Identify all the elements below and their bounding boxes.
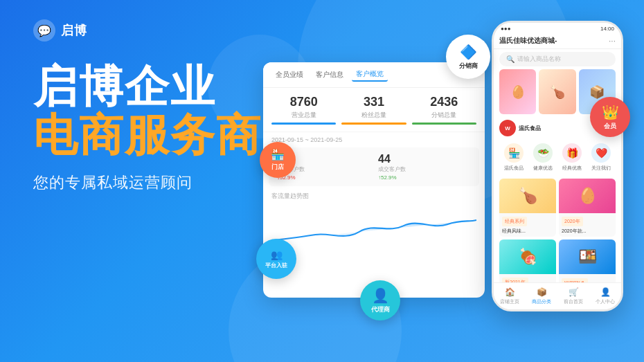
- phone-mockup: ●●● 14:00 温氏佳味优选商城- ··· 🔍 请输入商品名称 🥚 🍗 📦: [492, 21, 623, 311]
- nav-label-0: 店铺主页: [500, 298, 519, 305]
- badge-platform: 👥 平台入驻: [256, 239, 296, 279]
- search-icon: 🔍: [506, 55, 515, 63]
- nav-icon-0: 🏠: [505, 287, 515, 297]
- banner-product-2: 🍗: [539, 69, 575, 114]
- product-card-0[interactable]: 🍗 经典系列 经典风味...: [499, 179, 556, 237]
- door-icon: 🏪: [271, 148, 285, 161]
- phone-time: 14:00: [600, 26, 614, 32]
- metric-fans-bar: [341, 123, 406, 125]
- phone-status-bar: ●●● 14:00: [494, 23, 621, 33]
- cat-label-2: 经典优惠: [562, 165, 582, 172]
- agent-icon: 👤: [372, 287, 389, 304]
- member-icon: 👑: [602, 104, 619, 120]
- search-placeholder: 请输入商品名称: [517, 55, 561, 64]
- product-tag-1: 2020年: [562, 217, 583, 226]
- door-label: 门店: [271, 163, 284, 172]
- logo-text: 启博: [61, 22, 87, 39]
- cat-item-0[interactable]: 🏪 温氏食品: [504, 143, 524, 172]
- nav-item-0[interactable]: 🏠 店铺主页: [500, 287, 519, 305]
- platform-label: 平台入驻: [265, 262, 287, 269]
- store-more-icon: ···: [609, 36, 616, 46]
- cat-item-1[interactable]: 🥗 健康优选: [533, 143, 553, 172]
- cat-icon-3: ❤️: [591, 143, 611, 163]
- nav-item-2[interactable]: 🛒 前台首页: [564, 287, 583, 305]
- cat-label-3: 关注我们: [591, 165, 611, 172]
- sub-change-2: ↑52.9%: [378, 174, 471, 181]
- date-range: 2021-09-15 ~ 2021-09-25: [263, 132, 485, 147]
- product-img-3: 🍱: [559, 239, 616, 274]
- metric-sales-bar: [271, 123, 336, 125]
- chart-svg: [271, 203, 476, 252]
- nav-item-1[interactable]: 📦 商品分类: [532, 287, 551, 305]
- chart-area: 客流量趋势图: [263, 186, 485, 255]
- hero-section: 启博企业 电商服务商 您的专属私域运营顾问: [33, 62, 262, 193]
- cat-item-3[interactable]: ❤️ 关注我们: [591, 143, 611, 172]
- chart-label: 客流量趋势图: [271, 192, 476, 201]
- phone-search-bar[interactable]: 🔍 请输入商品名称: [499, 52, 616, 66]
- cat-label-1: 健康优选: [533, 165, 553, 172]
- dashboard-area: 全员业绩 客户信息 客户概览 8760 营业总量 331 粉丝总量 2436 分…: [242, 0, 644, 362]
- member-label: 会员: [604, 122, 616, 131]
- badge-distributor: 🔷 分销商: [446, 35, 490, 79]
- metric-sales-value: 8760: [271, 95, 336, 109]
- product-img-2: 🍖: [499, 239, 556, 274]
- sub-label-2: 成交客户数: [378, 165, 471, 173]
- nav-icon-3: 👤: [600, 287, 611, 297]
- metric-sales: 8760 营业总量: [271, 95, 336, 125]
- metrics-row: 8760 营业总量 331 粉丝总量 2436 分销总量: [263, 88, 485, 132]
- metric-distribution-bar: [412, 123, 476, 125]
- brand-logo: 💬 启博: [33, 19, 87, 42]
- product-name-1: 2020年款...: [559, 228, 616, 234]
- platform-icon: 👥: [271, 249, 283, 260]
- product-img-0: 🍗: [499, 179, 556, 213]
- logo-emoji: 💬: [37, 24, 51, 37]
- metric-distribution-label: 分销总量: [412, 111, 476, 120]
- badge-agent: 👤 代理商: [360, 280, 400, 320]
- agent-label: 代理商: [371, 305, 390, 314]
- sub-metric-2: 44 成交客户数 ↑52.9%: [378, 153, 471, 181]
- hero-title-1: 启博企业: [33, 62, 262, 111]
- distributor-icon: 🔷: [460, 44, 477, 60]
- metric-fans-label: 粉丝总量: [341, 111, 406, 120]
- nav-item-3[interactable]: 👤 个人中心: [596, 287, 615, 305]
- nav-label-2: 前台首页: [564, 298, 583, 305]
- phone-categories: 🏪 温氏食品 🥗 健康优选 🎁 经典优惠 ❤️ 关注我们: [494, 139, 621, 176]
- product-name-0: 经典风味...: [499, 228, 556, 234]
- banner-product-1: 🥚: [499, 69, 536, 114]
- sub-metrics-row: 136 成交客户数 ↓52.9% 44 成交客户数 ↑52.9%: [269, 147, 479, 186]
- tab-customer-info[interactable]: 客户信息: [312, 69, 348, 81]
- wens-logo: W: [499, 120, 516, 136]
- metric-distribution: 2436 分销总量: [412, 95, 476, 125]
- metric-fans: 331 粉丝总量: [341, 95, 406, 125]
- phone-signal: ●●●: [501, 26, 511, 32]
- product-tag-0: 经典系列: [502, 217, 527, 226]
- cat-icon-0: 🏪: [504, 143, 524, 163]
- metric-distribution-value: 2436: [412, 95, 476, 109]
- nav-icon-2: 🛒: [569, 287, 579, 297]
- distributor-label: 分销商: [459, 62, 478, 71]
- product-img-1: 🥚: [559, 179, 616, 213]
- wens-name: 温氏食品: [519, 125, 541, 132]
- metric-sales-label: 营业总量: [271, 111, 336, 120]
- sub-value-2: 44: [378, 153, 471, 165]
- tab-customer-overview[interactable]: 客户概览: [352, 68, 388, 82]
- sub-change-1: ↓52.9%: [277, 174, 370, 181]
- product-card-1[interactable]: 🥚 2020年 2020年款...: [559, 179, 616, 237]
- badge-door: 🏪 门店: [260, 142, 296, 178]
- hero-subtitle: 您的专属私域运营顾问: [33, 172, 262, 193]
- tab-performance[interactable]: 全员业绩: [271, 69, 307, 81]
- badge-member: 👑 会员: [590, 97, 630, 137]
- store-name: 温氏佳味优选商城-: [499, 36, 557, 46]
- cat-item-2[interactable]: 🎁 经典优惠: [562, 143, 582, 172]
- cat-icon-2: 🎁: [562, 143, 582, 163]
- nav-icon-1: 📦: [537, 287, 547, 297]
- dashboard-card: 全员业绩 客户信息 客户概览 8760 营业总量 331 粉丝总量 2436 分…: [263, 62, 485, 298]
- phone-store-header: 温氏佳味优选商城- ···: [494, 33, 621, 49]
- hero-title-2: 电商服务商: [33, 111, 262, 159]
- phone-nav: 🏠 店铺主页 📦 商品分类 🛒 前台首页 👤 个人中心: [494, 282, 621, 309]
- metric-fans-value: 331: [341, 95, 406, 109]
- nav-label-3: 个人中心: [596, 298, 615, 305]
- cat-label-0: 温氏食品: [504, 165, 524, 172]
- logo-icon: 💬: [33, 19, 55, 42]
- banner-2: 🍗: [539, 69, 575, 114]
